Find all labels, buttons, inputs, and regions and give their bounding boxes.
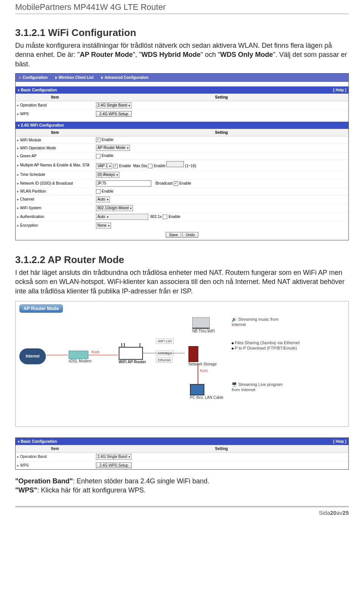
encryption-select[interactable]: None▾: [96, 223, 111, 229]
streaming-live-text: Streaming Live program from Internet: [232, 382, 282, 392]
rj45-label-2: RJ45: [200, 369, 208, 373]
tab-wireless-client-list[interactable]: Wireless Client List: [52, 75, 97, 80]
maxsta-checkbox[interactable]: [148, 164, 152, 168]
label-encryption: Encryption: [20, 223, 38, 227]
help-link[interactable]: [ Help ]: [333, 88, 346, 92]
wire-rj45-down: [198, 364, 198, 384]
wifi-module-checkbox[interactable]: [96, 138, 100, 142]
ap-router-mode-badge: AP Router Mode: [19, 304, 63, 313]
p2p-download-text: P to P Download (FTP/BT/Emule): [235, 346, 297, 350]
label-wifi-opmode: WiFi Operation Mode: [20, 146, 56, 150]
undo-button[interactable]: Undo: [182, 232, 198, 238]
bullet-icon: [232, 348, 234, 350]
wps-setup-button[interactable]: 2.4G WPS Setup: [96, 111, 132, 117]
laptop-label: NB Thru.WiFi: [192, 329, 215, 333]
save-button[interactable]: Save: [166, 232, 181, 238]
page-footer: Sida 20 av 25: [15, 506, 349, 516]
speaker-icon: 🔊: [232, 317, 237, 321]
label-ssid: Network ID (SSID) & Broadcast: [20, 181, 73, 185]
8021x-checkbox[interactable]: [163, 215, 167, 219]
wire-rj45-1: [47, 355, 68, 355]
label-multiple-ap: Multiple AP Names & Enable & Max. STA: [20, 163, 89, 167]
wire-ethernet: [143, 353, 185, 353]
help-link-2[interactable]: [ Help ]: [333, 439, 346, 444]
modem-icon: [69, 351, 88, 359]
tab-advanced-configuration[interactable]: Advanced Configuration: [97, 75, 152, 80]
auth-select[interactable]: Auto▾: [96, 214, 148, 220]
maxsta-input[interactable]: [166, 161, 184, 167]
nas-icon: [188, 346, 198, 362]
label-operation-band: Operation Band: [20, 103, 47, 107]
tab-configuration[interactable]: Configuration: [16, 75, 52, 80]
label-wlan-partition: WLAN Partition: [20, 189, 46, 193]
operation-band-select-2[interactable]: 2.4G Single Band▾: [96, 454, 132, 460]
router-label: WiFi AP Router: [119, 360, 146, 364]
wifi-opmode-select[interactable]: AP Router Mode▾: [96, 145, 130, 151]
doc-title: MobilePartners MP441W 4G LTE Router: [15, 0, 349, 14]
wifi-11n-label: WiFi 11N: [156, 339, 174, 344]
section-heading-wifi-config: 3.1.2.1 WiFi Configuration: [15, 27, 349, 39]
section2-paragraph: I det här läget ansluts din trådbundna o…: [15, 268, 349, 296]
basic-config-header: ▾Basic Configuration [ Help ]: [16, 86, 348, 94]
label-time-schedule: Time Schedule: [20, 172, 45, 177]
wire-rj45-2: [88, 355, 118, 355]
basic-config-screenshot-2: ▾Basic Configuration [ Help ] ItemSettin…: [15, 437, 349, 470]
col-item: Item: [16, 94, 94, 101]
internet-icon: Internet: [19, 348, 46, 364]
label-wps: WPS: [20, 112, 29, 116]
schedule-select[interactable]: (0) Always▾: [96, 172, 119, 178]
label-authentication: Authentication: [20, 215, 44, 219]
triangle-right-icon: [101, 76, 103, 79]
label-wps-2: WPS: [20, 463, 29, 467]
modem-label: xDSL Modem: [69, 359, 91, 363]
label-channel: Channel: [20, 197, 34, 201]
wlan-partition-checkbox[interactable]: [96, 189, 100, 194]
basic-config-header-2: ▾Basic Configuration [ Help ]: [16, 438, 348, 445]
triangle-right-icon: [19, 76, 21, 79]
streaming-music-text: Streaming music from Internet: [232, 317, 279, 327]
operation-band-note: "Operation Band": Enheten stöder bara 2.…: [15, 477, 349, 486]
triangle-right-icon: [55, 76, 57, 79]
wps-note: "WPS": Klicka här för att konfigurera WP…: [15, 486, 349, 495]
pc-icon: [190, 384, 204, 395]
green-ap-checkbox[interactable]: [96, 154, 100, 158]
ethernet-label: Ethernet: [156, 357, 173, 363]
ssid-input[interactable]: JP.75: [96, 180, 151, 187]
col-setting: Setting: [94, 94, 348, 101]
tab-bar: Configuration Wireless Client List Advan…: [16, 74, 348, 82]
section1-paragraph: Du måste konfigurera inställningar för t…: [15, 41, 349, 69]
section-heading-ap-router-mode: 3.1.2.2 AP Router Mode: [15, 254, 349, 266]
wps-setup-button-2[interactable]: 2.4G WPS Setup: [96, 462, 132, 468]
operation-band-select[interactable]: 2.4G Single Band▾: [96, 102, 132, 108]
router-config-screenshot: Configuration Wireless Client List Advan…: [15, 73, 349, 240]
ap-router-mode-diagram: AP Router Mode Internet xDSL Modem RJ45 …: [15, 301, 349, 427]
broadcast-checkbox[interactable]: [174, 181, 178, 186]
label-wifi-module: WiFi Module: [20, 138, 41, 142]
wifi-config-header: ▾2.4G WiFi Configuration: [16, 122, 348, 129]
wifi-system-select[interactable]: 802.11b/g/n Mixed▾: [96, 205, 133, 211]
pc-label: PC thru. LAN Cable: [190, 395, 223, 400]
100mbps-label: 100Mbps: [156, 351, 174, 356]
vap-enable-checkbox[interactable]: [113, 164, 118, 168]
laptop-icon: [192, 317, 210, 329]
vap-select[interactable]: VAP 1▾: [96, 163, 112, 169]
rj45-label-1: RJ45: [91, 350, 99, 354]
bullet-icon: [232, 342, 234, 344]
monitor-icon: 🖥️: [232, 382, 237, 387]
nas-label: Network Storage: [188, 362, 217, 366]
files-sharing-text: Files Sharing (Samba) via Ethernet: [235, 340, 300, 345]
router-icon: [119, 347, 143, 360]
label-operation-band-2: Operation Band: [20, 455, 47, 459]
channel-select[interactable]: Auto▾: [96, 196, 110, 202]
label-green-ap: Green AP: [20, 154, 36, 158]
label-wifi-system: WiFi System: [20, 206, 41, 210]
